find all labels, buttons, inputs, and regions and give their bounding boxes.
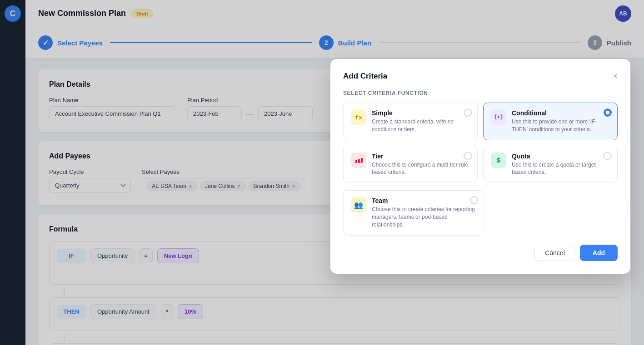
modal-title: Add Criteria (343, 72, 387, 81)
criteria-function-label: Select Criteria Function (343, 90, 618, 96)
team-content: Team Choose this to create criterias for… (372, 197, 476, 228)
criteria-card-simple[interactable]: fx Simple Create a standard criteria, wi… (343, 103, 478, 140)
simple-desc: Create a standard criteria, with no cond… (372, 118, 470, 133)
tier-desc: Choose this to configure a multi-tier ru… (372, 161, 470, 177)
quota-radio[interactable] (604, 152, 612, 160)
conditional-content: Conditional Use this to provide one or m… (512, 109, 610, 133)
quota-content: Quota Use this to create a quota or targ… (512, 153, 610, 177)
add-criteria-modal: Add Criteria × Select Criteria Function … (330, 59, 630, 274)
modal-overlay: Add Criteria × Select Criteria Function … (0, 0, 644, 345)
conditional-title: Conditional (512, 109, 610, 117)
simple-radio[interactable] (464, 108, 472, 117)
conditional-radio[interactable] (604, 108, 612, 117)
cancel-button[interactable]: Cancel (534, 245, 575, 261)
team-icon: 👥 (351, 197, 366, 212)
criteria-grid: fx Simple Create a standard criteria, wi… (343, 103, 618, 183)
simple-content: Simple Create a standard criteria, with … (372, 109, 470, 133)
team-desc: Choose this to create criterias for repo… (372, 206, 476, 228)
close-icon[interactable]: × (613, 72, 618, 80)
conditional-desc: Use this to provide one or more 'IF-THEN… (512, 118, 610, 133)
team-radio[interactable] (470, 196, 478, 204)
tier-radio[interactable] (464, 152, 472, 160)
team-card-row: 👥 Team Choose this to create criterias f… (343, 190, 618, 235)
app-container: C New Commission Plan Draft AB ✓ Select … (0, 0, 644, 345)
conditional-icon: {+} (491, 109, 506, 125)
team-title: Team (372, 197, 476, 204)
tier-title: Tier (372, 153, 470, 160)
criteria-card-team[interactable]: 👥 Team Choose this to create criterias f… (343, 190, 484, 235)
criteria-card-conditional[interactable]: {+} Conditional Use this to provide one … (483, 103, 618, 140)
tier-icon (351, 153, 366, 168)
quota-title: Quota (512, 153, 610, 160)
modal-footer: Cancel Add (343, 245, 618, 261)
quota-icon: $ (491, 153, 506, 168)
criteria-card-tier[interactable]: Tier Choose this to configure a multi-ti… (343, 146, 478, 183)
simple-title: Simple (372, 109, 470, 117)
quota-desc: Use this to create a quota or target bas… (512, 161, 610, 177)
simple-icon: fx (351, 109, 366, 125)
tier-content: Tier Choose this to configure a multi-ti… (372, 153, 470, 177)
criteria-card-quota[interactable]: $ Quota Use this to create a quota or ta… (483, 146, 618, 183)
modal-header: Add Criteria × (343, 72, 618, 81)
add-button[interactable]: Add (580, 245, 618, 261)
